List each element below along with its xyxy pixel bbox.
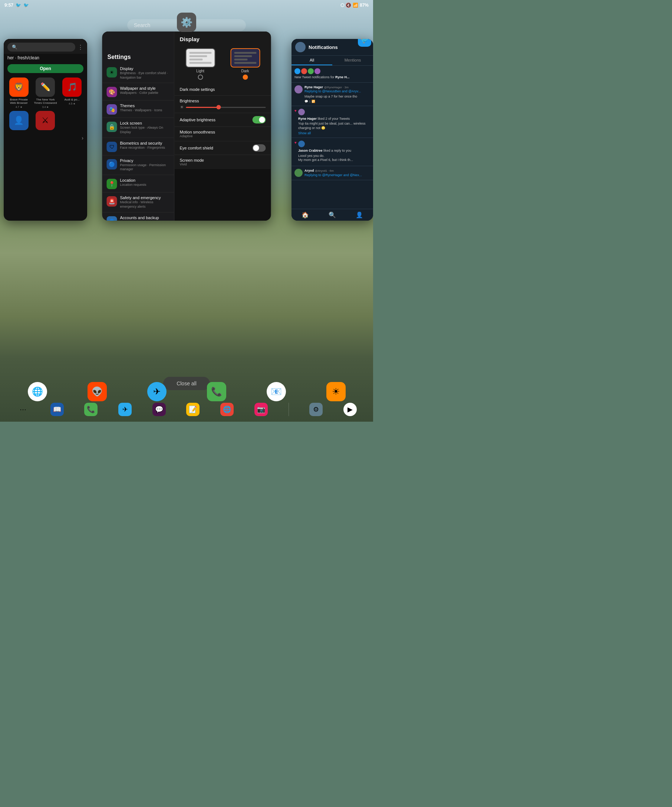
dock-chrome-2[interactable]: 🌐 — [220, 403, 234, 416]
themes-name: Themes — [120, 103, 170, 108]
dock-phone-2[interactable]: 📞 — [84, 403, 98, 416]
settings-menu-lock[interactable]: 🔒 Lock screen Screen lock type · Always … — [102, 118, 174, 138]
playstore-search[interactable]: 🔍 — [7, 43, 75, 51]
tab-all[interactable]: All — [292, 56, 332, 65]
settings-menu-display[interactable]: ☀ Display Brightness · Eye comfort shiel… — [102, 63, 174, 83]
settings-title: Settings — [102, 50, 174, 63]
nav-search[interactable]: 🔍 — [319, 211, 346, 218]
avatar — [315, 68, 320, 74]
open-button[interactable]: Open — [7, 64, 83, 73]
themes-icon: 🎭 — [107, 104, 117, 115]
status-bar-right: ⬡ 🔇 📶 87% — [340, 3, 368, 8]
settings-menu-privacy[interactable]: 🔵 Privacy Permission usage · Permission … — [102, 155, 174, 175]
notif-content: Aryvd @Aryvd1 · 6m Replying to @RyneHage… — [304, 169, 362, 177]
dock-slack[interactable]: 💬 — [153, 403, 166, 416]
display-panel-title: Display — [175, 32, 271, 45]
light-theme-option[interactable]: Light — [180, 48, 221, 80]
search-icon: 🔍 — [12, 45, 17, 50]
avatar — [294, 85, 303, 93]
dark-mode-settings-row[interactable]: Dark mode settings — [175, 83, 271, 96]
dock: 🌐 👽 ✈ 📞 📧 ☀ ⋯ 📖 📞 ✈ 💬 📝 🌐 📷 ⚙ ▶ — [0, 379, 373, 422]
privacy-name: Privacy — [120, 158, 170, 163]
settings-menu-themes[interactable]: 🎭 Themes Themes · Wallpapers · Icons — [102, 101, 174, 118]
apps-grid: 🦁 Brave Private Web Browser 4.7 ★ ✏️ The… — [4, 76, 87, 133]
list-item[interactable]: Aryvd @Aryvd1 · 6m Replying to @RyneHage… — [292, 166, 373, 180]
lock-sub: Screen lock type · Always On Display — [120, 126, 170, 134]
settings-menu-accounts[interactable]: 👤 Accounts and backup — [102, 213, 174, 221]
notif-text: New Tweet notifications for Ryne H... — [294, 75, 370, 80]
dock-apps-grid[interactable]: ⋯ — [16, 403, 30, 416]
location-icon: 📍 — [107, 179, 117, 189]
settings-menu-wallpaper[interactable]: 🎨 Wallpaper and style Wallpapers · Color… — [102, 83, 174, 101]
dock-weather[interactable]: ☀ — [326, 382, 346, 401]
dock-telegram-2[interactable]: ✈ — [118, 403, 132, 416]
dark-theme-radio[interactable] — [242, 75, 248, 80]
notif-text: Jason Crabtree liked a reply to you — [298, 149, 353, 153]
list-item[interactable]: ♥ Ryne Hager liked 2 of your Tweets Yup … — [292, 106, 373, 138]
bluetooth-icon: ⬡ — [340, 3, 344, 8]
list-item[interactable]: 🦁 Brave Private Web Browser 4.7 ★ — [7, 78, 31, 109]
list-item[interactable]: 👤 — [7, 111, 31, 131]
search-placeholder: Search — [134, 22, 150, 28]
list-item[interactable]: ⚔ — [33, 111, 58, 131]
dock-readwise[interactable]: 📖 — [50, 403, 64, 416]
tab-mentions[interactable]: Mentions — [332, 56, 373, 65]
notif-row: Ryne Hager @RyneHager · 3m Replying to @… — [294, 85, 370, 103]
dock-gmail[interactable]: 📧 — [267, 382, 286, 401]
brightness-thumb[interactable] — [216, 105, 221, 110]
list-item[interactable]: Ryne Hager @RyneHager · 3m Replying to @… — [292, 83, 373, 106]
show-all-link[interactable]: Show all — [298, 131, 370, 135]
notif-actions: 💬 1 🔁 — [304, 100, 361, 103]
wifi-icon: 📶 — [353, 3, 358, 8]
settings-menu-biometrics[interactable]: 🛡 Biometrics and security Face recogniti… — [102, 138, 174, 155]
dark-preview-line — [234, 58, 247, 60]
dock-phone[interactable]: 📞 — [207, 382, 226, 401]
playstore-card[interactable]: 🔍 ⋮ her · fresh/clean Open 🦁 Brave Priva… — [4, 39, 87, 221]
wallpaper-icon: 🎨 — [107, 87, 117, 97]
settings-app-icon[interactable]: ⚙️ — [177, 13, 196, 32]
more-arrow[interactable]: › — [4, 133, 87, 143]
app-rating: 4.7 ★ — [16, 106, 22, 109]
dock-reddit[interactable]: 👽 — [88, 382, 107, 401]
light-theme-radio[interactable] — [197, 75, 203, 80]
app-rating: 4.5 ★ — [69, 102, 75, 105]
dock-settings[interactable]: ⚙ — [309, 403, 323, 416]
eye-comfort-row[interactable]: Eye comfort shield — [175, 141, 271, 154]
dock-chrome[interactable]: 🌐 — [28, 382, 47, 401]
dock-playstore[interactable]: ▶ — [343, 403, 357, 416]
twitter-avatar — [295, 42, 305, 52]
twitter-bottom-nav: 🏠 🔍 👤 — [292, 209, 373, 221]
screen-mode-row[interactable]: Screen mode Vivid — [175, 154, 271, 169]
blue-app-icon: 👤 — [9, 111, 28, 130]
list-item[interactable]: ✏️ The New York Times Crossword 3.4 ★ — [33, 78, 58, 109]
adaptive-brightness-toggle[interactable] — [252, 116, 266, 123]
brightness-slider[interactable] — [186, 107, 266, 108]
dark-theme-option[interactable]: Dark — [225, 48, 266, 80]
nav-profile[interactable]: 👤 — [346, 211, 373, 218]
settings-card[interactable]: Settings ☀ Display Brightness · Eye comf… — [102, 32, 271, 221]
brightness-label: Brightness — [180, 99, 266, 103]
nav-home[interactable]: 🏠 — [292, 211, 319, 218]
more-icon[interactable]: ⋮ — [78, 44, 83, 51]
settings-menu-safety[interactable]: 🚨 Safety and emergency Medical info · Wi… — [102, 193, 174, 212]
dock-telegram[interactable]: ✈ — [147, 382, 166, 401]
avatar — [308, 68, 314, 74]
notif-body: Loool yes you do.My mom got a Pixel 6, b… — [298, 153, 353, 163]
clock: 9:57 — [5, 3, 13, 8]
eye-comfort-toggle[interactable] — [252, 144, 266, 152]
list-item[interactable]: New Tweet notifications for Ryne H... — [292, 66, 373, 83]
twitter-card[interactable]: Notifications All Mentions New Tweet not… — [292, 39, 373, 221]
twitter-icon-2: 🐦 — [23, 3, 29, 8]
notif-reply-to: Replying to @NexusBen and @Aryv... — [304, 90, 361, 94]
list-item[interactable]: ♥ Jason Crabtree liked a reply to you Lo… — [292, 138, 373, 166]
settings-menu-location[interactable]: 📍 Location Location requests — [102, 175, 174, 193]
twitter-app-icon: 🐦 — [358, 39, 371, 47]
dock-keep[interactable]: 📝 — [186, 403, 199, 416]
dock-secondary-row: ⋯ 📖 📞 ✈ 💬 📝 🌐 📷 ⚙ ▶ — [0, 403, 373, 418]
motion-smoothness-row[interactable]: Motion smoothness Adaptive — [175, 126, 271, 141]
dock-camera[interactable]: 📷 — [254, 403, 268, 416]
display-menu-text: Display Brightness · Eye comfort shield … — [120, 66, 170, 80]
adaptive-brightness-row[interactable]: Adaptive brightness — [175, 113, 271, 126]
themes-menu-text: Themes Themes · Wallpapers · Icons — [120, 103, 170, 113]
list-item[interactable]: 🎵 Audi & po... 4.5 ★ — [60, 78, 84, 109]
